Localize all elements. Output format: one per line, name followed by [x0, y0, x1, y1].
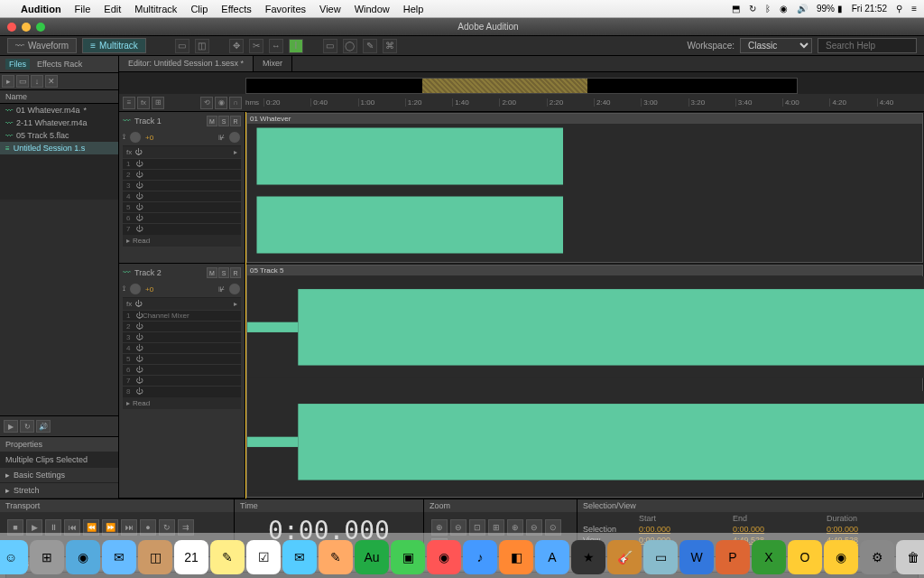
dock-outlook-icon[interactable]: O — [788, 540, 822, 574]
preview-autoplay-button[interactable]: 🔊 — [36, 420, 51, 433]
volume-value[interactable]: +0 — [145, 134, 153, 142]
dock-word-icon[interactable]: W — [679, 540, 714, 574]
pan-knob[interactable] — [228, 283, 241, 295]
menu-view[interactable]: View — [319, 4, 341, 14]
tool-marquee[interactable]: ◫ — [195, 39, 209, 53]
volume-knob[interactable] — [129, 283, 142, 295]
notifications-icon[interactable]: ≡ — [911, 4, 917, 14]
expand-icon[interactable]: ▸ — [126, 237, 130, 245]
tab-files[interactable]: Files — [5, 59, 30, 70]
fx-slot[interactable]: 6⏻ — [123, 212, 241, 223]
spotlight-icon[interactable]: ⚲ — [896, 4, 902, 14]
menu-window[interactable]: Window — [355, 4, 390, 14]
tool-move[interactable]: ✥ — [229, 39, 244, 53]
maximize-button[interactable] — [36, 23, 45, 32]
automation-mode[interactable]: Read — [133, 399, 150, 407]
tool-brush[interactable]: ✎ — [363, 39, 377, 53]
dock-finder-icon[interactable]: ☺ — [0, 540, 28, 574]
fx-slot[interactable]: 4⏻ — [123, 191, 241, 201]
dock-excel-icon[interactable]: X — [752, 540, 786, 574]
dock-powerpoint-icon[interactable]: P — [716, 540, 750, 574]
preview-loop-button[interactable]: ↻ — [20, 420, 34, 433]
fx-slot[interactable]: 6⏻ — [123, 364, 241, 375]
minimize-button[interactable] — [22, 23, 31, 32]
properties-stretch[interactable]: ▸Stretch — [0, 483, 118, 499]
tool-razor[interactable]: ✂ — [249, 39, 263, 53]
file-row[interactable]: ≡Untitled Session 1.s — [0, 142, 118, 154]
tab-properties[interactable]: Properties — [0, 437, 118, 452]
dock-messages-icon[interactable]: ✉ — [282, 540, 317, 574]
record-button[interactable]: R — [230, 267, 241, 278]
fx-slot[interactable]: 5⏻ — [123, 201, 241, 212]
files-name-header[interactable]: Name — [0, 90, 118, 104]
fx-power-icon[interactable]: ⏻ — [134, 148, 142, 156]
track-tool-send[interactable]: ⊞ — [152, 97, 164, 109]
properties-basic-settings[interactable]: ▸Basic Settings — [0, 468, 118, 483]
dropbox-icon[interactable]: ⬒ — [732, 4, 740, 14]
solo-button[interactable]: S — [218, 116, 229, 126]
tool-time-select[interactable]: I — [289, 39, 303, 53]
fx-slot[interactable]: 2⏻ — [123, 169, 241, 180]
files-open-button[interactable]: ▭ — [16, 75, 29, 88]
battery-status[interactable]: 99% ▮ — [817, 4, 843, 14]
fx-slot[interactable]: 1⏻ Channel Mixer — [123, 310, 241, 321]
dock-launchpad-icon[interactable]: ⊞ — [30, 540, 64, 574]
volume-icon[interactable]: 🔊 — [797, 4, 808, 14]
dock-settings-icon[interactable]: ⚙ — [860, 540, 894, 574]
dock-notes-icon[interactable]: ✎ — [210, 540, 245, 574]
track-tool-headphone[interactable]: ∩ — [229, 97, 242, 109]
expand-icon[interactable]: ▸ — [126, 399, 130, 407]
dock-photobooth-icon[interactable]: ◉ — [427, 540, 461, 574]
dock-mail-icon[interactable]: ✉ — [102, 540, 136, 574]
fx-expand-icon[interactable]: ▸ — [234, 148, 237, 156]
mute-button[interactable]: M — [207, 267, 217, 278]
track-name[interactable]: Track 2 — [134, 268, 162, 277]
dock-garageband-icon[interactable]: 🎸 — [607, 540, 642, 574]
volume-knob[interactable] — [129, 131, 142, 144]
menu-effects[interactable]: Effects — [221, 4, 251, 14]
tool-spot-healing[interactable]: ▭ — [175, 39, 189, 53]
menu-clip[interactable]: Clip — [190, 4, 208, 14]
app-menu[interactable]: Audition — [21, 4, 61, 14]
dock-safari-icon[interactable]: ◉ — [66, 540, 100, 574]
fx-slot[interactable]: 5⏻ — [123, 353, 241, 364]
overview-timeline[interactable] — [245, 78, 798, 94]
track-name[interactable]: Track 1 — [134, 117, 162, 126]
close-button[interactable] — [7, 23, 16, 32]
file-row[interactable]: 〰2-11 Whatever.m4a — [0, 117, 118, 129]
automation-mode[interactable]: Read — [133, 237, 150, 245]
tool-rect[interactable]: ▭ — [323, 39, 337, 53]
fx-slot[interactable]: 4⏻ — [123, 342, 241, 353]
dock-contacts-icon[interactable]: ◫ — [138, 540, 172, 574]
fx-slot[interactable]: 3⏻ — [123, 180, 241, 191]
fx-power-icon[interactable]: ⏻ — [134, 300, 142, 308]
preview-play-button[interactable]: ▶ — [4, 420, 18, 433]
tool-slip[interactable]: ↔ — [269, 39, 283, 53]
dock-imovie-icon[interactable]: ★ — [571, 540, 605, 574]
dock-facetime-icon[interactable]: ▣ — [391, 540, 425, 574]
track-tool-fx[interactable]: fx — [137, 97, 150, 109]
menu-multitrack[interactable]: Multitrack — [134, 4, 177, 14]
file-row[interactable]: 〰01 Whatever.m4a* — [0, 104, 118, 117]
workspace-dropdown[interactable]: Classic — [740, 38, 812, 53]
dock-preview-icon[interactable]: ▭ — [643, 540, 678, 574]
solo-button[interactable]: S — [218, 267, 229, 278]
menu-favorites[interactable]: Favorites — [265, 4, 306, 14]
dock-ibooks-icon[interactable]: ◧ — [499, 540, 533, 574]
dock-reminders-icon[interactable]: ☑ — [246, 540, 281, 574]
dock-itunes-icon[interactable]: ♪ — [463, 540, 497, 574]
files-import-button[interactable]: ↓ — [31, 75, 43, 88]
track-tool-eq[interactable]: ⟲ — [200, 97, 213, 109]
tool-stamp[interactable]: ⌘ — [383, 39, 397, 53]
audio-clip-1[interactable]: 01 Whatever — [246, 113, 923, 263]
fx-slot[interactable]: 3⏻ — [123, 331, 241, 342]
pan-knob[interactable] — [228, 131, 241, 144]
dock-calendar-icon[interactable]: 21 — [174, 540, 208, 574]
record-button[interactable]: R — [230, 116, 241, 126]
clock[interactable]: Fri 21:52 — [852, 4, 887, 14]
audio-clip-2[interactable]: 05 Track 5 — [246, 265, 923, 498]
multitrack-mode-button[interactable]: ≡Multitrack — [82, 38, 146, 53]
volume-value[interactable]: +0 — [145, 285, 153, 294]
track-tool-monitor[interactable]: ◉ — [215, 97, 227, 109]
fx-slot[interactable]: 2⏻ — [123, 321, 241, 331]
